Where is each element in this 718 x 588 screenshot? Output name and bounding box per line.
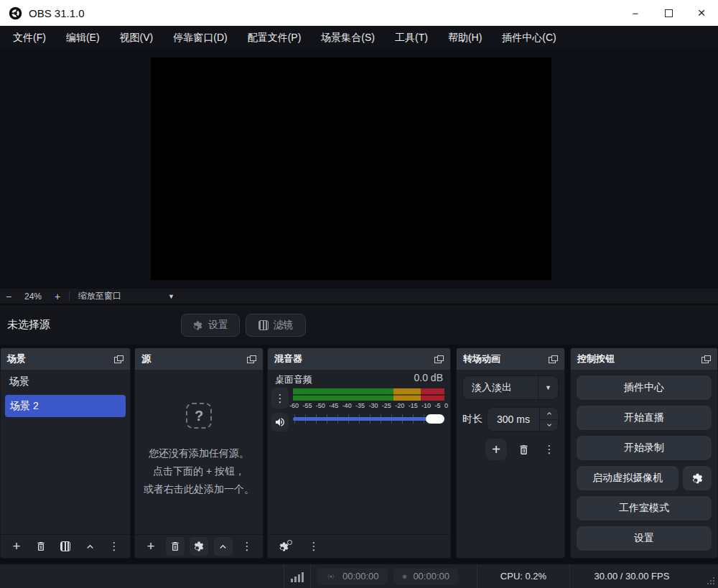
fps-indicator: 30.00 / 30.00 FPS <box>570 571 694 582</box>
scene-item[interactable]: 场景 <box>1 370 130 393</box>
mixer-dock-title: 混音器 <box>274 353 302 365</box>
sources-empty-hint: ? 您还没有添加任何源。 点击下面的 + 按钮， 或者右击此处添加一个。 <box>135 403 263 498</box>
maximize-button[interactable] <box>652 0 685 26</box>
trash-icon <box>518 444 530 456</box>
menu-item-tools[interactable]: 工具(T) <box>385 26 438 49</box>
plugin-center-button[interactable]: 插件中心 <box>577 375 712 400</box>
popout-icon[interactable] <box>549 355 558 363</box>
source-properties-label: 设置 <box>208 319 228 332</box>
fit-to-window-select[interactable]: 缩放至窗口 ▼ <box>73 290 179 302</box>
transition-select[interactable]: 淡入淡出 ▼ <box>462 375 559 400</box>
transitions-dock: 转场动画 淡入淡出 ▼ 时长 300 ms <box>456 347 565 559</box>
remove-scene-button[interactable] <box>32 537 50 556</box>
start-streaming-button[interactable]: 开始直播 <box>577 406 712 430</box>
duration-value[interactable]: 300 ms <box>488 408 539 431</box>
preview-canvas[interactable] <box>151 57 551 280</box>
source-properties-button[interactable] <box>190 537 208 556</box>
transition-properties-button[interactable]: ⋮ <box>540 439 559 460</box>
controls-body: 插件中心 开始直播 开始录制 启动虚拟摄像机 工作室模式 设置 <box>571 370 717 558</box>
add-transition-button[interactable]: + <box>485 439 507 460</box>
gears-icon <box>279 541 289 552</box>
sources-more-button[interactable]: ⋮ <box>238 537 256 556</box>
gear-icon <box>691 472 704 485</box>
sources-toolbar: + ⋮ <box>135 534 263 558</box>
source-filters-button[interactable]: 滤镜 <box>246 314 306 337</box>
scale-tick: -50 <box>316 402 325 409</box>
move-source-up-button[interactable] <box>214 537 233 556</box>
source-context-bar: 未选择源 设置 滤镜 <box>0 305 718 345</box>
chevron-up-icon <box>84 541 96 553</box>
sources-list[interactable]: ? 您还没有添加任何源。 点击下面的 + 按钮， 或者右击此处添加一个。 <box>135 370 263 534</box>
menu-item-edit[interactable]: 编辑(E) <box>56 26 110 49</box>
duration-spinbox[interactable]: 300 ms <box>487 407 559 431</box>
virtual-camera-config-button[interactable] <box>683 466 712 490</box>
kebab-menu-icon: ⋮ <box>242 540 253 553</box>
spin-up-button[interactable] <box>540 408 558 420</box>
transitions-body: 淡入淡出 ▼ 时长 300 ms <box>457 370 564 558</box>
move-scene-up-button[interactable] <box>80 537 99 556</box>
chevron-up-icon <box>545 409 554 418</box>
speaker-icon <box>274 416 286 428</box>
source-properties-button[interactable]: 设置 <box>181 314 240 337</box>
scale-tick: -45 <box>329 402 338 409</box>
scene-filters-button[interactable] <box>56 537 75 556</box>
popout-icon[interactable] <box>434 355 444 363</box>
add-source-button[interactable]: + <box>141 537 160 556</box>
window-controls: − × <box>619 0 718 26</box>
spin-down-button[interactable] <box>540 420 558 431</box>
zoom-out-button[interactable]: − <box>0 291 17 302</box>
advanced-audio-button[interactable] <box>274 537 293 556</box>
minimize-button[interactable]: − <box>619 0 652 26</box>
start-recording-button[interactable]: 开始录制 <box>577 436 712 460</box>
slider-track[interactable] <box>293 417 444 421</box>
scale-tick: 0 <box>444 402 448 409</box>
scenes-dock: 场景 场景 场景 2 + ⋮ <box>0 347 131 559</box>
chevron-down-icon <box>545 421 554 429</box>
remove-transition-button[interactable] <box>514 439 533 460</box>
add-icon: + <box>146 538 154 554</box>
controls-dock-title: 控制按钮 <box>577 353 615 365</box>
zoom-in-button[interactable]: + <box>49 291 66 302</box>
menu-item-view[interactable]: 视图(V) <box>110 26 164 49</box>
popout-icon[interactable] <box>701 355 711 363</box>
menu-item-profile[interactable]: 配置文件(P) <box>238 26 312 49</box>
transition-selected-value: 淡入淡出 <box>463 381 538 394</box>
add-scene-button[interactable]: + <box>7 537 26 556</box>
menu-item-file[interactable]: 文件(F) <box>3 26 56 49</box>
divider <box>310 564 311 588</box>
chevron-down-icon: ▼ <box>538 376 558 399</box>
menu-item-scene-collection[interactable]: 场景集合(S) <box>311 26 385 49</box>
close-button[interactable]: × <box>685 0 718 26</box>
scenes-more-button[interactable]: ⋮ <box>105 537 123 556</box>
window-title: OBS 31.1.0 <box>29 7 85 19</box>
menu-item-plugin-center[interactable]: 插件中心(C) <box>492 26 566 49</box>
mute-button[interactable] <box>271 413 289 431</box>
kebab-menu-icon: ⋮ <box>309 540 320 553</box>
hint-line: 或者右击此处添加一个。 <box>135 480 263 498</box>
studio-mode-button[interactable]: 工作室模式 <box>577 496 712 521</box>
trash-icon <box>35 541 47 552</box>
broadcast-icon <box>325 571 337 582</box>
mixer-more-button[interactable]: ⋮ <box>304 537 323 556</box>
kebab-menu-icon: ⋮ <box>109 540 120 553</box>
remove-source-button[interactable] <box>166 537 185 556</box>
menu-item-docks[interactable]: 停靠窗口(D) <box>163 26 237 49</box>
scene-item-selected[interactable]: 场景 2 <box>5 395 126 417</box>
resize-grip[interactable] <box>707 577 714 584</box>
virtual-camera-button[interactable]: 启动虚拟摄像机 <box>577 466 679 490</box>
volume-meter <box>293 388 444 401</box>
menu-item-help[interactable]: 帮助(H) <box>438 26 492 49</box>
stream-status: 00:00:00 <box>317 568 388 585</box>
zoom-in-icon: + <box>55 291 60 302</box>
sources-dock: 源 ? 您还没有添加任何源。 点击下面的 + 按钮， 或者右击此处添加一个。 + <box>134 347 264 559</box>
popout-icon[interactable] <box>247 355 256 363</box>
volume-slider[interactable] <box>293 414 444 424</box>
channel-options-button[interactable]: ⋮ <box>271 388 289 409</box>
slider-handle[interactable] <box>426 414 444 424</box>
record-status: ● 00:00:00 <box>393 568 458 585</box>
hint-line: 您还没有添加任何源。 <box>135 444 263 462</box>
zoom-out-icon: − <box>6 291 11 302</box>
popout-icon[interactable] <box>114 355 123 363</box>
settings-button[interactable]: 设置 <box>577 526 712 551</box>
scenes-toolbar: + ⋮ <box>1 534 130 558</box>
